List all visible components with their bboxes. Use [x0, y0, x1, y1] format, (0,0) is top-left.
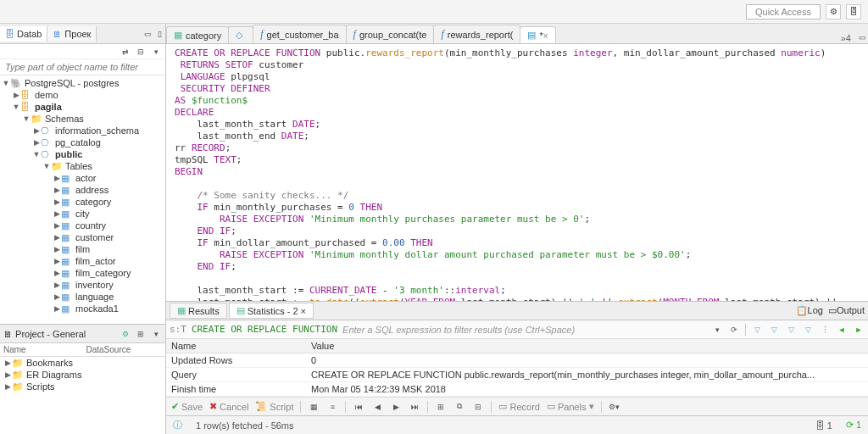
- tree-schema[interactable]: ▼⎔public: [0, 148, 165, 160]
- editor-tab[interactable]: frewards_report(: [433, 25, 520, 43]
- tree-table[interactable]: ▶▦actor: [0, 172, 165, 184]
- add-row-icon[interactable]: ⊞: [435, 401, 447, 413]
- filter-hint-input[interactable]: Enter a SQL expression to filter results…: [342, 325, 706, 335]
- tab-projects[interactable]: 🗎Проек: [47, 26, 97, 42]
- apply-icon[interactable]: ⟳: [728, 324, 740, 336]
- cancel-button[interactable]: ✖Cancel: [209, 401, 248, 412]
- filter-prefix: s:T: [170, 324, 186, 335]
- copy-row-icon[interactable]: ⧉: [453, 401, 465, 413]
- project-item[interactable]: ▶📁Scripts: [0, 381, 165, 392]
- statistics-grid: NameValue Updated Rows0QueryCREATE OR RE…: [166, 339, 868, 397]
- project-col-name: Name: [0, 343, 83, 356]
- tabs-overflow[interactable]: »4: [836, 33, 856, 43]
- editor-tab[interactable]: fgroup_concat(te: [346, 25, 435, 43]
- filter-icon[interactable]: ▽: [751, 324, 763, 336]
- perspective-icon[interactable]: ⚙: [826, 4, 841, 19]
- tree-schema[interactable]: ▶⎔pg_catalog: [0, 136, 165, 148]
- db-perspective-icon[interactable]: 🗄: [846, 4, 861, 19]
- editor-tab[interactable]: ▤*×: [520, 26, 555, 43]
- filter-icon[interactable]: ▽: [802, 324, 814, 336]
- tree-table[interactable]: ▶▦customer: [0, 231, 165, 243]
- delete-row-icon[interactable]: ⊟: [472, 401, 484, 413]
- log-button[interactable]: 📋Log: [796, 305, 823, 316]
- editor-tabs: ▦category◇fget_customer_bafgroup_concat(…: [166, 24, 868, 44]
- link-icon[interactable]: ⇄: [120, 46, 131, 58]
- collapse-icon[interactable]: ⊟: [135, 46, 147, 58]
- tab-results[interactable]: ▦Results: [170, 303, 227, 319]
- info-icon: ⓘ: [173, 419, 182, 431]
- gear-icon[interactable]: ⚙: [120, 328, 131, 340]
- project-col-datasource: DataSource: [83, 343, 166, 356]
- tree-schemas-folder[interactable]: ▼📁Schemas: [0, 113, 165, 125]
- tree-database[interactable]: ▼🗄pagila: [0, 101, 165, 113]
- tree-database[interactable]: ▶🗄demo: [0, 89, 165, 101]
- first-icon[interactable]: ⏮: [353, 401, 364, 413]
- database-navigator: ⇄ ⊟ ▾ ▼🐘PostgreSQL - postgres ▶🗄demo ▼🗄p…: [0, 44, 165, 324]
- stats-row[interactable]: Updated Rows0: [166, 353, 868, 368]
- project-item[interactable]: ▶📁Bookmarks: [0, 357, 165, 369]
- tab-database-navigator[interactable]: 🗄Datab: [0, 26, 47, 42]
- add-icon[interactable]: ⊞: [135, 328, 147, 340]
- editor-tab[interactable]: fget_customer_ba: [253, 25, 346, 43]
- close-icon[interactable]: ×: [543, 31, 548, 41]
- tree-table[interactable]: ▶▦film_category: [0, 267, 165, 279]
- tree-tables-folder[interactable]: ▼📁Tables: [0, 160, 165, 172]
- text-icon[interactable]: ≡: [326, 401, 338, 413]
- script-button[interactable]: 📜Script: [255, 401, 293, 412]
- stats-col-value: Value: [306, 339, 868, 353]
- stats-col-name: Name: [166, 339, 306, 353]
- filter-label: CREATE OR REPLACE FUNCTION: [192, 324, 337, 335]
- filter-icon[interactable]: ▽: [785, 324, 797, 336]
- tree-table[interactable]: ▶▦country: [0, 220, 165, 231]
- tree-table[interactable]: ▶▦category: [0, 196, 165, 208]
- last-icon[interactable]: ⏭: [409, 401, 420, 413]
- navigator-filter-input[interactable]: [0, 59, 165, 75]
- tree-table[interactable]: ▶▦mockada1: [0, 303, 165, 314]
- project-item[interactable]: ▶📁ER Diagrams: [0, 369, 165, 381]
- filter-icon[interactable]: ▽: [768, 324, 780, 336]
- gear-icon[interactable]: ⚙▾: [609, 401, 620, 413]
- menu-icon[interactable]: ▾: [150, 328, 162, 340]
- tree-connection[interactable]: ▼🐘PostgreSQL - postgres: [0, 77, 165, 89]
- dropdown-icon[interactable]: ▾: [711, 324, 723, 336]
- save-button[interactable]: ✔Save: [171, 401, 203, 412]
- sql-editor[interactable]: CREATE OR REPLACE FUNCTION public.reward…: [166, 44, 868, 302]
- next-icon[interactable]: ▶: [390, 401, 402, 413]
- panels-button[interactable]: ▭Panels ▾: [547, 401, 594, 412]
- editor-tab[interactable]: ◇: [228, 26, 253, 43]
- prev-icon[interactable]: ◀: [371, 401, 383, 413]
- quick-access-button[interactable]: Quick Access: [746, 4, 821, 19]
- grid-icon[interactable]: ▦: [308, 401, 320, 413]
- stats-row[interactable]: Finish timeMon Mar 05 14:22:39 MSK 2018: [166, 382, 868, 397]
- prev-icon[interactable]: ◄: [836, 324, 848, 336]
- status-fetched: 1 row(s) fetched - 56ms: [196, 420, 294, 431]
- close-icon[interactable]: ×: [301, 306, 306, 316]
- record-button[interactable]: ▭Record: [498, 401, 539, 412]
- tree-table[interactable]: ▶▦inventory: [0, 279, 165, 291]
- tree-table[interactable]: ▶▦address: [0, 184, 165, 196]
- minimize-icon[interactable]: ▭: [142, 28, 153, 40]
- refresh-indicator: ⟳ 1: [846, 420, 861, 431]
- project-title: 🗎 Project - General: [3, 329, 86, 339]
- rows-indicator: 🗄 1: [815, 420, 832, 431]
- next-icon[interactable]: ►: [853, 324, 865, 336]
- close-icon[interactable]: ▯: [153, 28, 165, 40]
- output-button[interactable]: ▭Output: [828, 305, 865, 316]
- tab-statistics[interactable]: ▤Statistics - 2×: [229, 303, 314, 319]
- tree-table[interactable]: ▶▦film_actor: [0, 255, 165, 267]
- tree-table[interactable]: ▶▦city: [0, 208, 165, 220]
- settings-icon[interactable]: ⋮: [819, 324, 831, 336]
- tree-table[interactable]: ▶▦film: [0, 243, 165, 255]
- editor-tab[interactable]: ▦category: [166, 26, 229, 43]
- menu-icon[interactable]: ▾: [150, 46, 162, 58]
- tree-schema[interactable]: ▶⎔information_schema: [0, 125, 165, 136]
- tree-table[interactable]: ▶▦language: [0, 291, 165, 303]
- stats-row[interactable]: QueryCREATE OR REPLACE FUNCTION public.r…: [166, 368, 868, 382]
- minimize-icon[interactable]: ▭: [856, 31, 868, 43]
